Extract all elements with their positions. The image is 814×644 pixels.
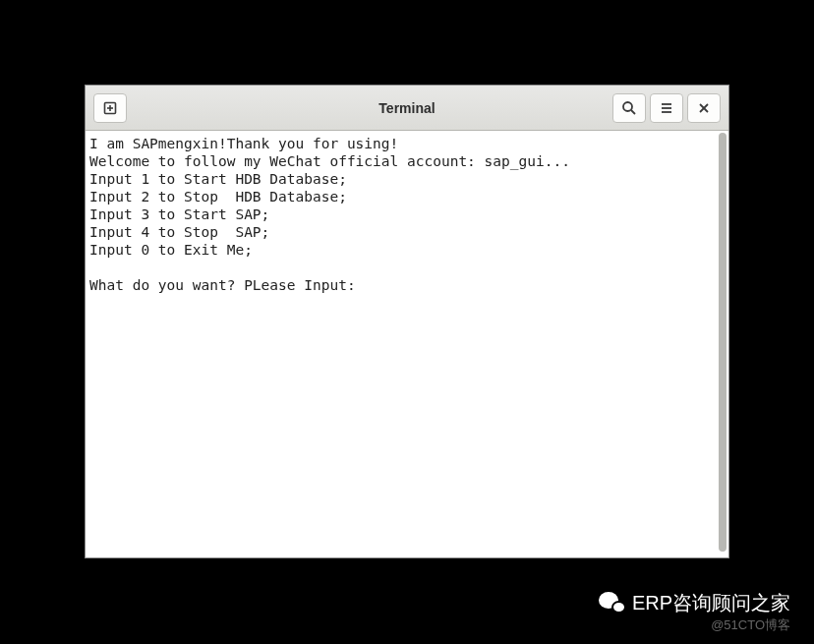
close-icon [696, 100, 712, 116]
watermark-secondary: @51CTO博客 [711, 616, 790, 634]
terminal-content[interactable]: I am SAPmengxin!Thank you for using! Wel… [86, 131, 717, 557]
search-button[interactable] [612, 93, 646, 123]
hamburger-icon [659, 100, 674, 116]
new-tab-icon [102, 100, 118, 116]
scrollbar-thumb[interactable] [719, 133, 727, 552]
new-tab-button[interactable] [93, 93, 127, 123]
titlebar: Terminal [86, 86, 728, 131]
titlebar-left [91, 93, 129, 123]
menu-button[interactable] [650, 93, 683, 123]
search-icon [621, 100, 637, 116]
svg-line-4 [631, 110, 635, 114]
close-button[interactable] [687, 93, 721, 123]
titlebar-right [610, 93, 723, 123]
terminal-window: Terminal [85, 85, 729, 558]
scrollbar-track[interactable] [717, 131, 728, 557]
svg-point-3 [623, 102, 632, 111]
terminal-body: I am SAPmengxin!Thank you for using! Wel… [86, 131, 728, 557]
wechat-icon [599, 592, 626, 615]
watermark-text-1: ERP咨询顾问之家 [632, 590, 790, 616]
watermark-primary: ERP咨询顾问之家 [599, 590, 790, 616]
